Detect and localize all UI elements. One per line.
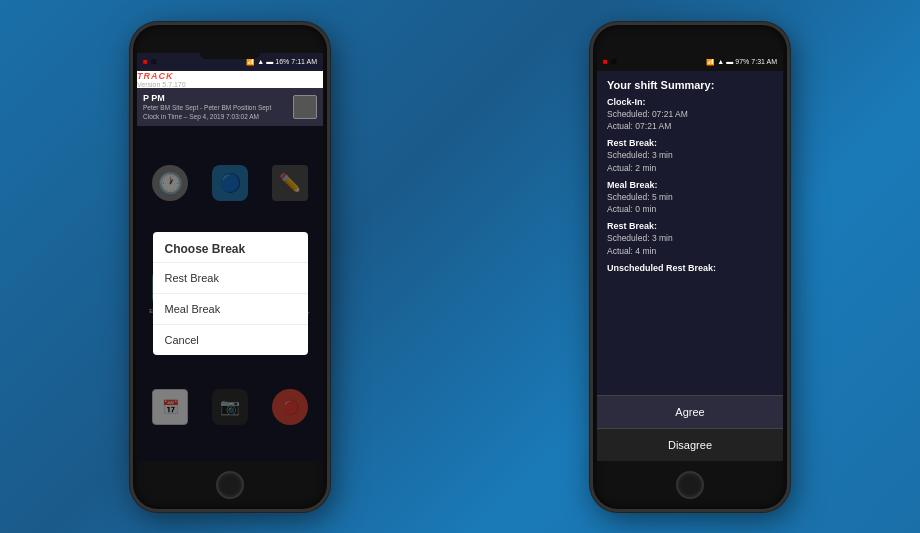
clock-in-scheduled: Scheduled: 07:21 AM: [607, 108, 773, 121]
rest-break-2-actual: Actual: 4 min: [607, 245, 773, 258]
wifi-icon: ▲: [257, 58, 264, 65]
rest-break-1-actual: Actual: 2 min: [607, 162, 773, 175]
clock-in-actual: Actual: 07:21 AM: [607, 120, 773, 133]
tracktik-logo: TRACKTIK: [137, 71, 323, 81]
agree-button[interactable]: Agree: [597, 395, 783, 428]
right-battery-percent: 97%: [735, 58, 749, 65]
phone-notch: [200, 53, 260, 59]
user-header: P PM Peter BM Site Sept - Peter BM Posit…: [137, 88, 323, 126]
battery-icon: ▬: [266, 58, 273, 65]
unscheduled-section: Unscheduled Rest Break:: [607, 263, 773, 273]
meal-break-scheduled: Scheduled: 5 min: [607, 191, 773, 204]
summary-title: Your shift Summary:: [607, 79, 773, 91]
left-status-right: 📶 ▲ ▬ 16% 7:11 AM: [246, 58, 317, 66]
user-avatar: [293, 95, 317, 119]
home-button-left[interactable]: [216, 471, 244, 499]
user-name: P PM: [143, 93, 287, 103]
time-display: 7:11 AM: [291, 58, 317, 65]
meal-break-title: Meal Break:: [607, 180, 773, 190]
user-site: Peter BM Site Sept - Peter BM Position S…: [143, 103, 287, 112]
rest-break-1-title: Rest Break:: [607, 138, 773, 148]
right-time-display: 7:31 AM: [751, 58, 777, 65]
right-signal-icon: 📶: [706, 58, 715, 66]
app-grid: 🕐 🔵 ✏️ 📞 EMERGENCYCONTACTS 👥 TEAM OFF FL…: [137, 126, 323, 461]
rest-break-2-title: Rest Break:: [607, 221, 773, 231]
right-phone-notch: [660, 53, 720, 59]
user-info: P PM Peter BM Site Sept - Peter BM Posit…: [143, 93, 287, 121]
rest-break-1-scheduled: Scheduled: 3 min: [607, 149, 773, 162]
meal-break-section: Meal Break: Scheduled: 5 min Actual: 0 m…: [607, 180, 773, 217]
disagree-button[interactable]: Disagree: [597, 428, 783, 461]
right-wifi-icon: ▲: [717, 58, 724, 65]
battery-percent: 16%: [275, 58, 289, 65]
status-left-icons: ■ ⊞: [143, 57, 157, 66]
modal-overlay: Choose Break Rest Break Meal Break Cance…: [137, 126, 323, 461]
home-button-right[interactable]: [676, 471, 704, 499]
cancel-option[interactable]: Cancel: [153, 325, 308, 355]
rest-break-option[interactable]: Rest Break: [153, 263, 308, 294]
clock-in-title: Clock-In:: [607, 97, 773, 107]
right-overlay-icon: ⊞: [611, 58, 617, 66]
rest-break-2-section: Rest Break: Scheduled: 3 min Actual: 4 m…: [607, 221, 773, 258]
rest-break-1-section: Rest Break: Scheduled: 3 min Actual: 2 m…: [607, 138, 773, 175]
right-phone-screen: ■ ⊞ 📶 ▲ ▬ 97% 7:31 AM Your shift Summary…: [597, 53, 783, 461]
right-phone: ■ ⊞ 📶 ▲ ▬ 97% 7:31 AM Your shift Summary…: [590, 22, 790, 512]
rest-break-2-scheduled: Scheduled: 3 min: [607, 232, 773, 245]
choose-break-dialog: Choose Break Rest Break Meal Break Cance…: [153, 232, 308, 355]
user-clock-in: Clock in Time – Sep 4, 2019 7:03:02 AM: [143, 112, 287, 121]
right-status-right: 📶 ▲ ▬ 97% 7:31 AM: [706, 58, 777, 66]
signal-icon: 📶: [246, 58, 255, 66]
clock-in-section: Clock-In: Scheduled: 07:21 AM Actual: 07…: [607, 97, 773, 134]
app-bar: TRACKTIK Version 5.7.170: [137, 71, 323, 88]
meal-break-actual: Actual: 0 min: [607, 203, 773, 216]
summary-content: Your shift Summary: Clock-In: Scheduled:…: [597, 71, 783, 395]
dialog-title: Choose Break: [153, 232, 308, 263]
overlay-icon: ⊞: [151, 58, 157, 66]
version-label: Version 5.7.170: [137, 81, 323, 88]
right-status-left: ■ ⊞: [603, 57, 617, 66]
right-notification-icon: ■: [603, 57, 608, 66]
right-battery-icon: ▬: [726, 58, 733, 65]
meal-break-option[interactable]: Meal Break: [153, 294, 308, 325]
unscheduled-title: Unscheduled Rest Break:: [607, 263, 773, 273]
left-phone-screen: ■ ⊞ 📶 ▲ ▬ 16% 7:11 AM TRACKTIK Version 5…: [137, 53, 323, 461]
summary-footer: Agree Disagree: [597, 395, 783, 461]
left-phone: ■ ⊞ 📶 ▲ ▬ 16% 7:11 AM TRACKTIK Version 5…: [130, 22, 330, 512]
notification-icon: ■: [143, 57, 148, 66]
